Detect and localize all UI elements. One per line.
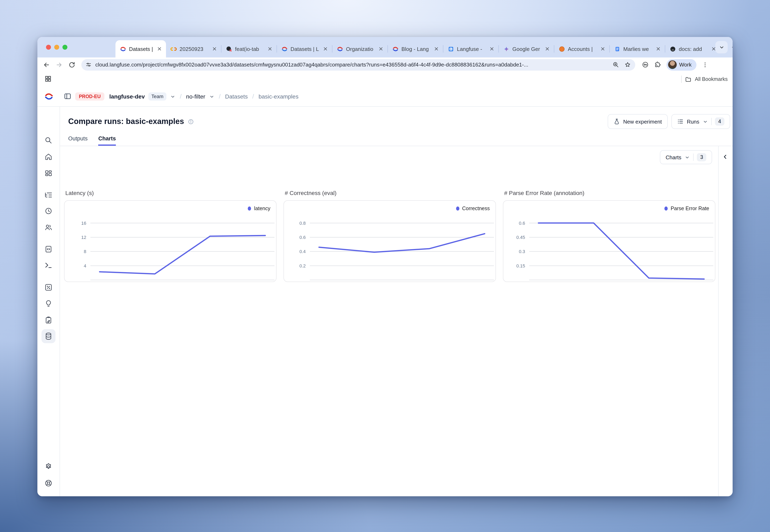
- sidebar-item-dashboards[interactable]: [41, 167, 55, 181]
- browser-tab[interactable]: Datasets | L: [115, 40, 166, 57]
- svg-text:4: 4: [84, 263, 86, 268]
- sidebar-item-annotation-queues[interactable]: [41, 313, 55, 327]
- browser-menu-icon[interactable]: [702, 61, 708, 68]
- breadcrumb-filter[interactable]: no-filter: [186, 93, 205, 100]
- sidebar-item-playground[interactable]: [41, 258, 55, 272]
- browser-tab[interactable]: Datasets | L: [277, 40, 332, 57]
- sidebar-item-support[interactable]: [41, 476, 55, 490]
- org-chevron-down-icon[interactable]: [170, 94, 175, 99]
- sidebar-item-search[interactable]: [41, 133, 55, 147]
- parse-error-rate-chart-card[interactable]: 0.150.30.450.6Parse Error Rate: [503, 200, 715, 282]
- new-tab-button[interactable]: [731, 44, 733, 50]
- password-manager-icon[interactable]: [642, 61, 649, 68]
- tab-close-icon[interactable]: [433, 46, 439, 52]
- bookmarks-bar: All Bookmarks: [37, 72, 733, 87]
- breadcrumb-datasets[interactable]: Datasets: [225, 93, 248, 100]
- browser-tab[interactable]: docs: add: [665, 40, 720, 57]
- charts-chevron-down-icon: [685, 155, 690, 160]
- tab-close-icon[interactable]: [655, 46, 661, 52]
- tab-outputs[interactable]: Outputs: [68, 135, 88, 146]
- svg-text:0.3: 0.3: [519, 249, 525, 254]
- extensions-icon[interactable]: [654, 61, 661, 68]
- tab-charts[interactable]: Charts: [98, 135, 116, 146]
- correctness-chart: 0.20.40.60.8: [284, 201, 495, 282]
- svg-text:6: 6: [450, 48, 452, 50]
- tab-close-icon[interactable]: [600, 46, 606, 52]
- new-experiment-button[interactable]: New experiment: [608, 114, 668, 129]
- site-settings-icon[interactable]: [85, 62, 92, 68]
- sidebar-item-prompts[interactable]: [41, 242, 55, 256]
- filter-chevron-down-icon[interactable]: [209, 94, 214, 99]
- sidebar-item-users[interactable]: [41, 220, 55, 234]
- sidebar-item-datasets[interactable]: [41, 329, 55, 343]
- minimize-window-button[interactable]: [54, 45, 59, 50]
- tab-title: docs: add: [679, 46, 708, 52]
- bookmark-star-icon[interactable]: [624, 61, 631, 68]
- sidebar-item-settings[interactable]: [41, 460, 55, 474]
- legend-dot-icon: [248, 206, 251, 211]
- svg-text:16: 16: [81, 221, 86, 226]
- sidebar-item-tracing[interactable]: [41, 188, 55, 202]
- tab-close-icon[interactable]: [212, 46, 218, 52]
- profile-name: Work: [679, 62, 692, 68]
- breadcrumb-separator: /: [219, 93, 221, 100]
- forward-button[interactable]: [55, 61, 63, 68]
- reload-button[interactable]: [68, 61, 76, 68]
- colab-favicon: [170, 46, 177, 52]
- svg-text:12: 12: [81, 235, 86, 240]
- sidebar-rail: [37, 107, 60, 496]
- tab-close-icon[interactable]: [544, 46, 550, 52]
- sidebar-item-scores[interactable]: [41, 280, 55, 294]
- browser-tab[interactable]: Google Ger: [499, 40, 554, 57]
- maximize-window-button[interactable]: [62, 45, 67, 50]
- zoom-icon[interactable]: [612, 61, 619, 68]
- browser-tab[interactable]: Marlies we: [610, 40, 665, 57]
- charts-filter-button[interactable]: Charts 3: [660, 150, 712, 164]
- tab-close-icon[interactable]: [323, 46, 328, 52]
- browser-tab[interactable]: feat(io-tab: [222, 40, 277, 57]
- latency-chart-card[interactable]: 481216latency: [64, 200, 277, 282]
- environment-badge[interactable]: PROD-EU: [75, 92, 104, 100]
- svg-text:0.4: 0.4: [299, 249, 306, 254]
- profile-avatar: [668, 60, 677, 69]
- sidebar-item-sessions[interactable]: [41, 204, 55, 218]
- new-experiment-label: New experiment: [623, 118, 662, 125]
- back-button[interactable]: [43, 61, 50, 68]
- info-icon[interactable]: [188, 118, 194, 125]
- browser-profile-chip[interactable]: Work: [667, 59, 697, 70]
- runs-button[interactable]: Runs 4: [671, 114, 730, 129]
- apps-grid-icon[interactable]: [44, 75, 52, 83]
- svg-text:0.6: 0.6: [519, 221, 525, 226]
- tab-search-chevron[interactable]: [715, 41, 728, 53]
- all-bookmarks-label[interactable]: All Bookmarks: [695, 76, 728, 82]
- blue-doc-favicon: [614, 46, 621, 52]
- chart-legend: Parse Error Rate: [664, 206, 709, 211]
- org-name[interactable]: langfuse-dev: [109, 93, 145, 100]
- langfuse-logo[interactable]: [44, 92, 53, 101]
- sidebar-item-home[interactable]: [41, 150, 55, 164]
- address-bar[interactable]: cloud.langfuse.com/project/cmfwgv8fx002o…: [81, 59, 635, 70]
- charts-count-badge: 3: [697, 153, 707, 161]
- browser-tab[interactable]: 20250923: [166, 40, 221, 57]
- url-text[interactable]: cloud.langfuse.com/project/cmfwgv8fx002o…: [95, 62, 609, 68]
- svg-text:0.8: 0.8: [299, 221, 306, 226]
- tab-strip: Datasets | L20250923feat(io-tabDatasets …: [115, 40, 720, 57]
- correctness-chart-card[interactable]: 0.20.40.60.8Correctness: [284, 200, 496, 282]
- browser-tab[interactable]: Organizatio: [332, 40, 387, 57]
- tab-close-icon[interactable]: [378, 46, 384, 52]
- latency-chart-block: Latency (s)481216latency: [64, 190, 277, 282]
- breadcrumb-item[interactable]: basic-examples: [259, 93, 299, 100]
- browser-tab[interactable]: 6Langfuse -: [443, 40, 498, 57]
- browser-tab[interactable]: Blog - Lang: [388, 40, 443, 57]
- window-controls[interactable]: [46, 45, 67, 50]
- charts-content: Charts 3 Latency (s)481216latency# Corre…: [60, 146, 733, 496]
- browser-tab[interactable]: Accounts |: [554, 40, 609, 57]
- tab-close-icon[interactable]: [156, 46, 162, 52]
- collapse-panel-icon[interactable]: [722, 154, 729, 160]
- tab-close-icon[interactable]: [489, 46, 495, 52]
- langfuse-favicon: [392, 46, 399, 52]
- close-window-button[interactable]: [46, 45, 51, 50]
- sidebar-toggle-icon[interactable]: [64, 92, 71, 100]
- tab-close-icon[interactable]: [267, 46, 273, 52]
- sidebar-item-insights[interactable]: [41, 297, 55, 311]
